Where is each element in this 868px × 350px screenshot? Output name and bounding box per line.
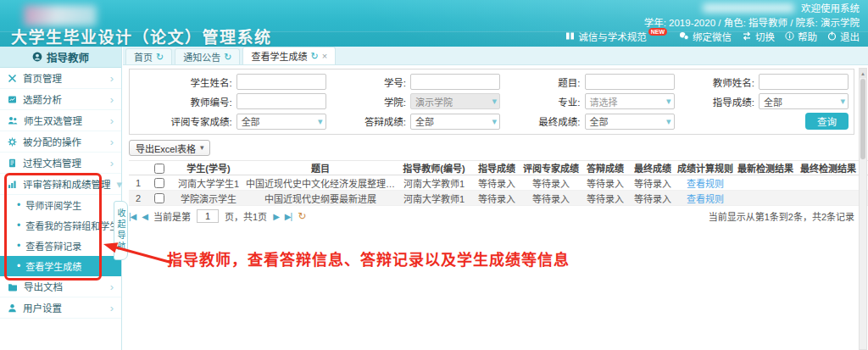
- reviewer-score-select[interactable]: 全部 ▾: [236, 114, 326, 130]
- major-select[interactable]: 请选择 ▾: [585, 93, 675, 109]
- college-select: 演示学院 ▾: [410, 93, 500, 109]
- view-rule-link[interactable]: 查看规则: [687, 194, 724, 204]
- sidebar-subitem-my-defense-group[interactable]: • 查看我的答辩组和学生: [0, 215, 121, 236]
- caret-down-icon: ▾: [840, 97, 845, 106]
- final-score-select[interactable]: 全部 ▾: [585, 114, 675, 130]
- field-title: 题目:: [504, 74, 674, 90]
- scores-table: 学生(学号) 题目 指导教师(编号) 指导成绩 评阅专家成绩 答辩成绩 最终成绩…: [129, 160, 868, 206]
- cell-student: 学院演示学生: [171, 191, 246, 206]
- bullet-icon: •: [17, 199, 20, 211]
- sidebar-subitem-student-scores[interactable]: • 查看学生成绩: [0, 256, 121, 276]
- sidebar-subitem-defense-records[interactable]: • 查看答辩记录: [0, 236, 121, 256]
- refresh-icon[interactable]: ↻: [298, 210, 306, 222]
- help-icon: [785, 31, 794, 41]
- blurred-username: [703, 3, 794, 13]
- scroll-up-icon[interactable]: ▲: [860, 69, 866, 78]
- chevron-right-icon: ›: [110, 115, 114, 126]
- field-advisor-score: 指导成绩: 全部 ▾: [678, 93, 849, 109]
- sidebar-subitem-review-students[interactable]: • 导师评阅学生: [0, 195, 121, 215]
- caret-down-icon: ▾: [318, 117, 323, 126]
- teacher-name-input[interactable]: [759, 74, 849, 90]
- page-label-prefix: 当前是第: [153, 209, 191, 223]
- sidebar-item-user-settings[interactable]: 用户设置 ›: [0, 297, 121, 319]
- app-header: 大学生毕业设计（论文）管理系统 欢迎使用系统 学年: 2019-2020 / 角…: [0, 0, 868, 47]
- user-icon: [32, 52, 42, 62]
- cell-final-score: 等待录入: [629, 175, 676, 191]
- sidebar-item-assigned-ops[interactable]: 被分配的操作 ›: [0, 131, 121, 153]
- table-row: 1 河南大学学生1 中国近现代史中文化经济发展整理及研究 河南大学教师1 等待录…: [129, 175, 868, 191]
- folder-icon: [8, 282, 18, 292]
- help-link[interactable]: 帮助: [785, 30, 817, 43]
- defense-score-select[interactable]: 全部 ▾: [410, 114, 500, 130]
- sidebar-item-process-docs[interactable]: 过程文档管理 ›: [0, 153, 121, 174]
- row-checkbox[interactable]: [154, 193, 164, 203]
- field-student-no: 学号:: [330, 74, 500, 90]
- sidebar-item-home-manage[interactable]: 首页管理 ›: [0, 68, 121, 89]
- close-icon[interactable]: ×: [322, 52, 327, 61]
- field-reviewer-score: 评阅专家成绩: 全部 ▾: [135, 113, 326, 130]
- scrollbar-thumb[interactable]: [860, 79, 865, 159]
- bullet-icon: •: [17, 260, 20, 272]
- sidebar-role-header: 指导教师: [0, 47, 121, 68]
- main-content: 首页 ↻ 通知公告 ↻ 查看学生成绩 ↻ × 学生姓名: 学号:: [123, 47, 868, 350]
- refresh-icon[interactable]: ↻: [310, 52, 318, 61]
- sidebar-item-dual-select[interactable]: 师生双选管理 ›: [0, 110, 121, 131]
- first-page-button[interactable]: |◀: [129, 212, 136, 221]
- row-checkbox[interactable]: [154, 178, 164, 188]
- cell-final-check: [797, 191, 860, 206]
- bullet-icon: •: [17, 240, 20, 252]
- refresh-icon[interactable]: ↻: [156, 53, 164, 62]
- export-excel-button[interactable]: 导出Excel表格 ▾: [129, 140, 210, 156]
- chevron-right-icon: ›: [110, 281, 114, 292]
- integrity-rules-link[interactable]: 诚信与学术规范 NEW: [565, 30, 669, 43]
- sidebar-item-topic-analysis[interactable]: 选题分析 ›: [0, 89, 121, 110]
- cell-reviewer-score: 等待录入: [520, 175, 581, 191]
- student-name-input[interactable]: [236, 74, 326, 90]
- cell-final-check: [797, 175, 860, 191]
- student-no-input[interactable]: [410, 74, 500, 90]
- header-right: 欢迎使用系统 学年: 2019-2020 / 角色: 指导教师 / 院系: 演示…: [565, 2, 860, 43]
- report-icon: [8, 95, 17, 104]
- page-number-input[interactable]: [197, 209, 219, 223]
- vertical-scrollbar[interactable]: ▲: [859, 68, 867, 350]
- tab-home[interactable]: 首页 ↻: [125, 48, 172, 64]
- tab-student-scores[interactable]: 查看学生成绩 ↻ ×: [242, 47, 336, 64]
- prev-page-button[interactable]: ◀: [142, 212, 147, 221]
- scissors-icon: [8, 74, 17, 83]
- book-icon: [565, 31, 575, 41]
- col-reviewer-score: 评阅专家成绩: [520, 161, 581, 175]
- col-select-all: [147, 161, 171, 175]
- people-icon: [8, 116, 18, 125]
- gear-icon: [8, 137, 17, 147]
- search-button[interactable]: 查询: [805, 113, 849, 130]
- cell-latest-check: [734, 191, 797, 206]
- next-page-button[interactable]: ▶: [273, 212, 279, 221]
- cell-title: 中国近现代史纲要最新进展: [246, 191, 395, 206]
- table-header-row: 学生(学号) 题目 指导教师(编号) 指导成绩 评阅专家成绩 答辩成绩 最终成绩…: [129, 161, 868, 175]
- teacher-no-input[interactable]: [236, 93, 326, 109]
- last-page-button[interactable]: ▶|: [285, 212, 292, 221]
- switch-role-link[interactable]: 切换: [742, 30, 775, 43]
- refresh-icon[interactable]: ↻: [224, 53, 231, 62]
- sidebar-item-review-defense-scores[interactable]: 评审答辩和成绩管理 ▾: [0, 174, 121, 195]
- field-defense-score: 答辩成绩: 全部 ▾: [330, 113, 500, 130]
- col-final-check: 最终检测结果: [797, 161, 860, 175]
- app-root: 大学生毕业设计（论文）管理系统 欢迎使用系统 学年: 2019-2020 / 角…: [0, 0, 868, 350]
- welcome-line: 欢迎使用系统: [703, 2, 860, 14]
- cell-advisor-score: 等待录入: [473, 175, 520, 191]
- select-all-checkbox[interactable]: [154, 164, 164, 174]
- advisor-score-select[interactable]: 全部 ▾: [759, 93, 849, 109]
- bind-wechat-link[interactable]: 绑定微信: [679, 30, 732, 43]
- view-rule-link[interactable]: 查看规则: [687, 179, 724, 189]
- cell-final-score: 等待录入: [629, 191, 676, 206]
- title-input[interactable]: [585, 74, 675, 90]
- cell-defense-score: 等待录入: [581, 191, 629, 206]
- field-teacher-no: 教师编号:: [135, 93, 326, 109]
- collapse-nav-tab[interactable]: 收起导航: [114, 201, 128, 260]
- tab-notices[interactable]: 通知公告 ↻: [175, 48, 240, 64]
- bullet-icon: •: [17, 219, 20, 231]
- logout-link[interactable]: 退出: [827, 30, 860, 43]
- sidebar-item-export-docs[interactable]: 导出文档 ›: [0, 276, 121, 297]
- field-final-score: 最终成绩: 全部 ▾: [504, 113, 674, 130]
- cell-student: 河南大学学生1: [171, 175, 246, 191]
